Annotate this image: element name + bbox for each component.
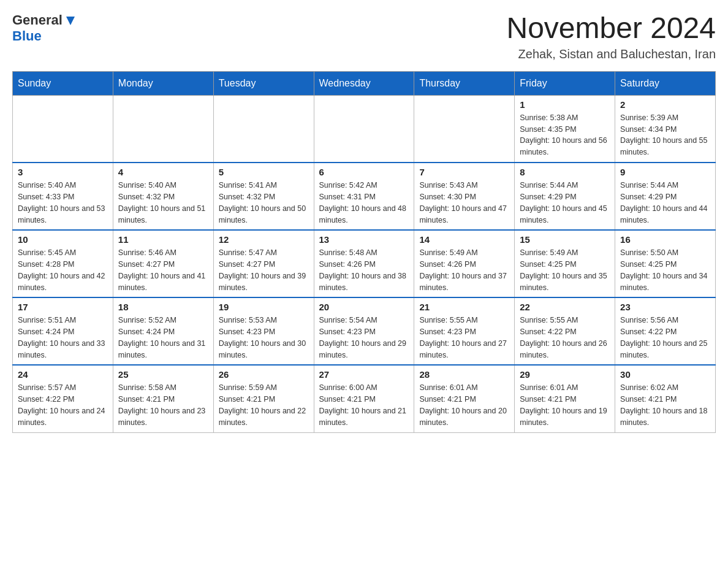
sun-info: Sunrise: 5:58 AMSunset: 4:21 PMDaylight:… xyxy=(118,382,208,428)
day-number: 30 xyxy=(620,369,710,380)
month-title: November 2024 xyxy=(506,12,716,45)
table-row: 28Sunrise: 6:01 AMSunset: 4:21 PMDayligh… xyxy=(414,365,515,432)
table-row: 19Sunrise: 5:53 AMSunset: 4:23 PMDayligh… xyxy=(213,297,314,365)
day-number: 15 xyxy=(520,234,610,245)
day-number: 23 xyxy=(620,302,710,312)
day-number: 10 xyxy=(18,234,108,245)
logo-blue-text: Blue xyxy=(12,28,42,44)
day-number: 5 xyxy=(219,167,309,177)
day-number: 11 xyxy=(118,234,208,245)
table-row xyxy=(213,95,314,163)
col-monday: Monday xyxy=(113,71,213,95)
day-number: 2 xyxy=(620,99,710,110)
day-number: 20 xyxy=(319,302,409,312)
logo: General Blue xyxy=(12,12,77,44)
calendar-header-row: Sunday Monday Tuesday Wednesday Thursday… xyxy=(13,71,716,95)
table-row: 15Sunrise: 5:49 AMSunset: 4:25 PMDayligh… xyxy=(515,230,615,297)
calendar-table: Sunday Monday Tuesday Wednesday Thursday… xyxy=(12,71,716,433)
sun-info: Sunrise: 6:01 AMSunset: 4:21 PMDaylight:… xyxy=(520,382,610,428)
table-row xyxy=(113,95,213,163)
table-row xyxy=(13,95,113,163)
col-friday: Friday xyxy=(515,71,615,95)
table-row: 20Sunrise: 5:54 AMSunset: 4:23 PMDayligh… xyxy=(314,297,414,365)
sun-info: Sunrise: 5:44 AMSunset: 4:29 PMDaylight:… xyxy=(520,180,610,226)
sun-info: Sunrise: 5:41 AMSunset: 4:32 PMDaylight:… xyxy=(219,180,309,226)
table-row: 27Sunrise: 6:00 AMSunset: 4:21 PMDayligh… xyxy=(314,365,414,432)
table-row: 17Sunrise: 5:51 AMSunset: 4:24 PMDayligh… xyxy=(13,297,113,365)
day-number: 8 xyxy=(520,167,610,177)
sun-info: Sunrise: 5:51 AMSunset: 4:24 PMDaylight:… xyxy=(18,315,108,361)
location-subtitle: Zehak, Sistan and Baluchestan, Iran xyxy=(506,47,716,61)
day-number: 4 xyxy=(118,167,208,177)
day-number: 13 xyxy=(319,234,409,245)
table-row: 16Sunrise: 5:50 AMSunset: 4:25 PMDayligh… xyxy=(615,230,716,297)
logo-triangle-icon xyxy=(64,14,77,28)
day-number: 24 xyxy=(18,369,108,380)
calendar-week-row: 1Sunrise: 5:38 AMSunset: 4:35 PMDaylight… xyxy=(13,95,716,163)
table-row: 18Sunrise: 5:52 AMSunset: 4:24 PMDayligh… xyxy=(113,297,213,365)
table-row: 4Sunrise: 5:40 AMSunset: 4:32 PMDaylight… xyxy=(113,163,213,230)
col-thursday: Thursday xyxy=(414,71,515,95)
sun-info: Sunrise: 5:49 AMSunset: 4:25 PMDaylight:… xyxy=(520,247,610,293)
sun-info: Sunrise: 5:44 AMSunset: 4:29 PMDaylight:… xyxy=(620,180,710,226)
sun-info: Sunrise: 5:59 AMSunset: 4:21 PMDaylight:… xyxy=(219,382,309,428)
table-row: 7Sunrise: 5:43 AMSunset: 4:30 PMDaylight… xyxy=(414,163,515,230)
table-row: 25Sunrise: 5:58 AMSunset: 4:21 PMDayligh… xyxy=(113,365,213,432)
table-row: 22Sunrise: 5:55 AMSunset: 4:22 PMDayligh… xyxy=(515,297,615,365)
day-number: 14 xyxy=(419,234,509,245)
sun-info: Sunrise: 5:39 AMSunset: 4:34 PMDaylight:… xyxy=(620,112,710,158)
sun-info: Sunrise: 5:42 AMSunset: 4:31 PMDaylight:… xyxy=(319,180,409,226)
table-row: 29Sunrise: 6:01 AMSunset: 4:21 PMDayligh… xyxy=(515,365,615,432)
table-row: 12Sunrise: 5:47 AMSunset: 4:27 PMDayligh… xyxy=(213,230,314,297)
table-row: 13Sunrise: 5:48 AMSunset: 4:26 PMDayligh… xyxy=(314,230,414,297)
table-row: 10Sunrise: 5:45 AMSunset: 4:28 PMDayligh… xyxy=(13,230,113,297)
table-row: 30Sunrise: 6:02 AMSunset: 4:21 PMDayligh… xyxy=(615,365,716,432)
sun-info: Sunrise: 6:00 AMSunset: 4:21 PMDaylight:… xyxy=(319,382,409,428)
col-saturday: Saturday xyxy=(615,71,716,95)
table-row: 3Sunrise: 5:40 AMSunset: 4:33 PMDaylight… xyxy=(13,163,113,230)
logo-line1: General xyxy=(12,12,77,28)
col-tuesday: Tuesday xyxy=(213,71,314,95)
table-row xyxy=(414,95,515,163)
day-number: 9 xyxy=(620,167,710,177)
day-number: 16 xyxy=(620,234,710,245)
sun-info: Sunrise: 5:56 AMSunset: 4:22 PMDaylight:… xyxy=(620,315,710,361)
table-row: 5Sunrise: 5:41 AMSunset: 4:32 PMDaylight… xyxy=(213,163,314,230)
table-row: 9Sunrise: 5:44 AMSunset: 4:29 PMDaylight… xyxy=(615,163,716,230)
day-number: 21 xyxy=(419,302,509,312)
table-row: 23Sunrise: 5:56 AMSunset: 4:22 PMDayligh… xyxy=(615,297,716,365)
day-number: 22 xyxy=(520,302,610,312)
sun-info: Sunrise: 5:53 AMSunset: 4:23 PMDaylight:… xyxy=(219,315,309,361)
sun-info: Sunrise: 6:02 AMSunset: 4:21 PMDaylight:… xyxy=(620,382,710,428)
sun-info: Sunrise: 5:40 AMSunset: 4:33 PMDaylight:… xyxy=(18,180,108,226)
table-row: 2Sunrise: 5:39 AMSunset: 4:34 PMDaylight… xyxy=(615,95,716,163)
sun-info: Sunrise: 5:54 AMSunset: 4:23 PMDaylight:… xyxy=(319,315,409,361)
calendar-week-row: 3Sunrise: 5:40 AMSunset: 4:33 PMDaylight… xyxy=(13,163,716,230)
sun-info: Sunrise: 5:43 AMSunset: 4:30 PMDaylight:… xyxy=(419,180,509,226)
day-number: 1 xyxy=(520,99,610,110)
calendar-week-row: 24Sunrise: 5:57 AMSunset: 4:22 PMDayligh… xyxy=(13,365,716,432)
sun-info: Sunrise: 5:48 AMSunset: 4:26 PMDaylight:… xyxy=(319,247,409,293)
col-sunday: Sunday xyxy=(13,71,113,95)
calendar-week-row: 10Sunrise: 5:45 AMSunset: 4:28 PMDayligh… xyxy=(13,230,716,297)
sun-info: Sunrise: 5:46 AMSunset: 4:27 PMDaylight:… xyxy=(118,247,208,293)
svg-marker-0 xyxy=(66,17,75,25)
table-row: 11Sunrise: 5:46 AMSunset: 4:27 PMDayligh… xyxy=(113,230,213,297)
table-row: 24Sunrise: 5:57 AMSunset: 4:22 PMDayligh… xyxy=(13,365,113,432)
sun-info: Sunrise: 5:55 AMSunset: 4:23 PMDaylight:… xyxy=(419,315,509,361)
calendar-week-row: 17Sunrise: 5:51 AMSunset: 4:24 PMDayligh… xyxy=(13,297,716,365)
day-number: 25 xyxy=(118,369,208,380)
table-row: 14Sunrise: 5:49 AMSunset: 4:26 PMDayligh… xyxy=(414,230,515,297)
sun-info: Sunrise: 5:57 AMSunset: 4:22 PMDaylight:… xyxy=(18,382,108,428)
day-number: 28 xyxy=(419,369,509,380)
day-number: 19 xyxy=(219,302,309,312)
sun-info: Sunrise: 5:52 AMSunset: 4:24 PMDaylight:… xyxy=(118,315,208,361)
day-number: 17 xyxy=(18,302,108,312)
day-number: 26 xyxy=(219,369,309,380)
table-row xyxy=(314,95,414,163)
col-wednesday: Wednesday xyxy=(314,71,414,95)
table-row: 21Sunrise: 5:55 AMSunset: 4:23 PMDayligh… xyxy=(414,297,515,365)
table-row: 26Sunrise: 5:59 AMSunset: 4:21 PMDayligh… xyxy=(213,365,314,432)
sun-info: Sunrise: 5:49 AMSunset: 4:26 PMDaylight:… xyxy=(419,247,509,293)
sun-info: Sunrise: 5:47 AMSunset: 4:27 PMDaylight:… xyxy=(219,247,309,293)
